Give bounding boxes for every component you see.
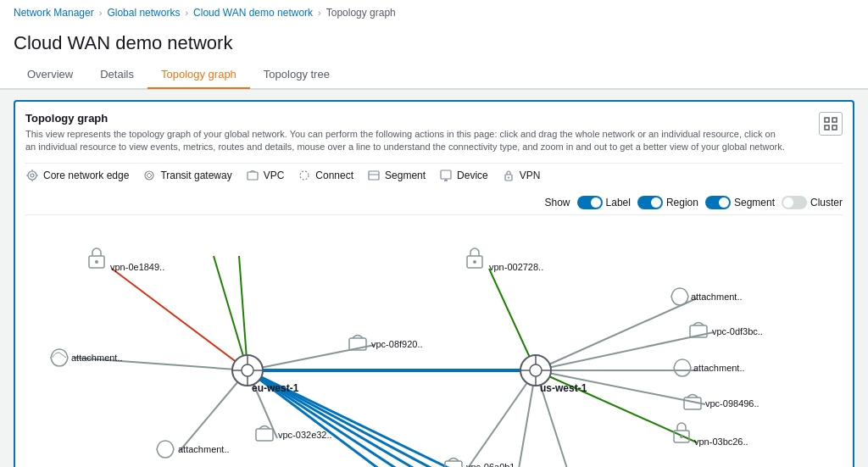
show-controls: Show Label Region Segment Cluster bbox=[545, 196, 843, 209]
svg-point-19 bbox=[508, 176, 509, 178]
toggle-segment-text: Segment bbox=[734, 197, 775, 208]
node-vpc-08f920-label: vpc-08f920.. bbox=[371, 339, 423, 349]
vpn-icon bbox=[502, 169, 515, 182]
legend-device-label: Device bbox=[457, 170, 488, 181]
topology-canvas[interactable]: eu-west-1 us-west-1 bbox=[25, 222, 843, 467]
tab-overview[interactable]: Overview bbox=[14, 61, 86, 89]
svg-line-33 bbox=[536, 332, 714, 370]
toggle-segment: Segment bbox=[705, 196, 775, 209]
node-attachment-bottom-left[interactable] bbox=[157, 441, 174, 458]
toggle-region-text: Region bbox=[666, 197, 698, 208]
svg-point-63 bbox=[680, 435, 683, 438]
svg-line-20 bbox=[112, 269, 248, 370]
svg-point-4 bbox=[28, 171, 36, 180]
svg-rect-15 bbox=[441, 170, 451, 179]
node-vpn-0e1849[interactable] bbox=[89, 248, 104, 268]
node-vpn-03bc26-label: vpn-03bc26.. bbox=[694, 436, 748, 447]
svg-rect-13 bbox=[369, 171, 379, 180]
node-attachment-right-mid-label: attachment.. bbox=[693, 363, 745, 373]
node-attachment-left-label: attachment.. bbox=[71, 353, 123, 363]
node-attachment-right-mid[interactable] bbox=[674, 359, 691, 376]
node-vpn-0e1849-label: vpn-0e1849.. bbox=[110, 262, 164, 272]
svg-point-55 bbox=[95, 260, 98, 264]
device-icon bbox=[439, 169, 453, 182]
svg-point-59 bbox=[473, 260, 476, 264]
node-attachment-left[interactable] bbox=[51, 349, 68, 366]
node-vpc-06a0b1[interactable] bbox=[445, 458, 462, 467]
node-vpn-002728-label: vpn-002728.. bbox=[489, 262, 543, 272]
svg-line-22 bbox=[248, 345, 375, 370]
connect-icon bbox=[298, 169, 311, 182]
breadcrumb: Network Manager › Global networks › Clou… bbox=[0, 0, 868, 25]
legend-core-network-edge-label: Core network edge bbox=[43, 170, 129, 181]
legend-segment: Segment bbox=[367, 169, 426, 182]
hub-us-west-1[interactable] bbox=[520, 355, 551, 386]
toggle-region-switch[interactable] bbox=[637, 196, 663, 209]
legend-vpc-label: VPC bbox=[264, 170, 285, 181]
svg-line-36 bbox=[536, 370, 697, 442]
hub-eu-west-1-label: eu-west-1 bbox=[252, 382, 299, 394]
breadcrumb-current: Topology graph bbox=[326, 7, 396, 19]
legend-vpn: VPN bbox=[502, 169, 541, 182]
hub-eu-west-1[interactable] bbox=[232, 355, 263, 386]
node-vpc-032e32[interactable] bbox=[256, 425, 273, 441]
svg-rect-57 bbox=[256, 429, 273, 441]
toggle-cluster-text: Cluster bbox=[810, 197, 843, 208]
graph-description: This view represents the topology graph … bbox=[25, 128, 788, 154]
hub-us-west-1-label: us-west-1 bbox=[540, 382, 587, 394]
breadcrumb-sep-2: › bbox=[185, 8, 188, 18]
toggle-cluster: Cluster bbox=[782, 196, 843, 209]
vpc-icon bbox=[246, 169, 259, 182]
svg-rect-2 bbox=[825, 125, 829, 130]
grid-button[interactable] bbox=[819, 112, 843, 136]
legend-device: Device bbox=[439, 169, 488, 182]
legend-transit-gateway-label: Transit gateway bbox=[160, 170, 231, 181]
show-label: Show bbox=[545, 197, 570, 208]
legend-vpc: VPC bbox=[246, 169, 285, 182]
breadcrumb-cloud-wan[interactable]: Cloud WAN demo network bbox=[193, 7, 313, 19]
segment-icon bbox=[367, 169, 381, 182]
svg-rect-0 bbox=[825, 118, 829, 122]
toggle-segment-switch[interactable] bbox=[705, 196, 731, 209]
svg-rect-3 bbox=[832, 125, 837, 130]
node-vpc-032e32-label: vpc-032e32.. bbox=[278, 430, 332, 440]
graph-title: Topology graph bbox=[25, 112, 843, 125]
breadcrumb-sep-1: › bbox=[99, 8, 103, 18]
toggle-label-switch[interactable] bbox=[577, 196, 603, 209]
node-vpn-002728[interactable] bbox=[467, 248, 482, 268]
tab-topology-tree[interactable]: Topology tree bbox=[250, 61, 343, 89]
breadcrumb-global-networks[interactable]: Global networks bbox=[107, 7, 180, 19]
node-vpc-0df3bc-label: vpc-0df3bc.. bbox=[712, 326, 763, 336]
legend-core-network-edge: Core network edge bbox=[25, 169, 129, 182]
node-vpc-098496-label: vpc-098496.. bbox=[705, 398, 760, 409]
breadcrumb-sep-3: › bbox=[318, 8, 321, 18]
topology-svg: eu-west-1 us-west-1 bbox=[25, 222, 843, 467]
legend-connect: Connect bbox=[298, 169, 353, 182]
transit-gateway-icon bbox=[142, 169, 156, 182]
breadcrumb-network-manager[interactable]: Network Manager bbox=[14, 7, 94, 19]
svg-line-32 bbox=[536, 298, 697, 370]
node-vpc-06a0b1-label: vpc-06a0b1.. bbox=[466, 462, 520, 467]
legend-bar: Core network edge Transit gateway VPC bbox=[25, 163, 843, 215]
svg-point-5 bbox=[31, 174, 34, 177]
toggle-region: Region bbox=[637, 196, 698, 209]
node-attachment-right-top[interactable] bbox=[671, 288, 688, 305]
legend-segment-label: Segment bbox=[385, 170, 426, 181]
core-network-edge-icon bbox=[25, 169, 39, 182]
node-attachment-bottom-left-label: attachment.. bbox=[178, 444, 230, 454]
svg-line-31 bbox=[489, 269, 536, 370]
toggle-label: Label bbox=[577, 196, 631, 209]
toggle-label-text: Label bbox=[606, 197, 631, 208]
tab-topology-graph[interactable]: Topology graph bbox=[147, 61, 250, 89]
svg-line-37 bbox=[468, 370, 536, 467]
node-attachment-right-top-label: attachment.. bbox=[691, 292, 743, 302]
legend-connect-label: Connect bbox=[315, 170, 353, 181]
graph-container: Topology graph This view represents the … bbox=[14, 100, 854, 467]
page-title: Cloud WAN demo network bbox=[14, 32, 854, 61]
toggle-cluster-switch[interactable] bbox=[782, 196, 807, 209]
tab-bar: Overview Details Topology graph Topology… bbox=[0, 61, 868, 89]
legend-transit-gateway: Transit gateway bbox=[142, 169, 231, 182]
svg-point-12 bbox=[300, 171, 309, 180]
legend-vpn-label: VPN bbox=[520, 170, 541, 181]
tab-details[interactable]: Details bbox=[86, 61, 147, 89]
